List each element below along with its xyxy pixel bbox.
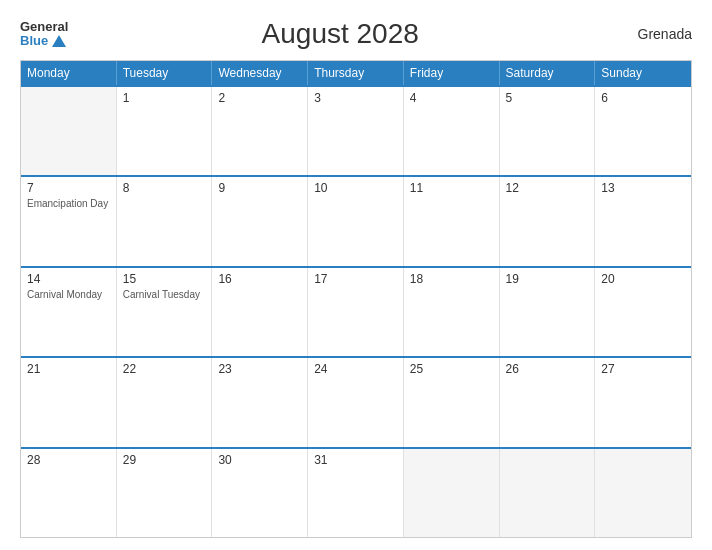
header-thursday: Thursday [308, 61, 404, 85]
calendar-title: August 2028 [68, 18, 612, 50]
day-number: 8 [123, 181, 206, 195]
calendar-cell: 31 [308, 449, 404, 537]
calendar-cell: 13 [595, 177, 691, 265]
calendar-cell: 4 [404, 87, 500, 175]
day-number: 26 [506, 362, 589, 376]
calendar-cell [404, 449, 500, 537]
calendar-cell: 14Carnival Monday [21, 268, 117, 356]
logo-blue-row: Blue [20, 34, 66, 48]
calendar-cell [595, 449, 691, 537]
day-number: 28 [27, 453, 110, 467]
day-number: 10 [314, 181, 397, 195]
calendar-cell: 15Carnival Tuesday [117, 268, 213, 356]
day-number: 4 [410, 91, 493, 105]
calendar-cell: 1 [117, 87, 213, 175]
calendar-cell: 16 [212, 268, 308, 356]
calendar-cell: 22 [117, 358, 213, 446]
calendar-cell [500, 449, 596, 537]
calendar-cell: 10 [308, 177, 404, 265]
day-number: 9 [218, 181, 301, 195]
event-label: Carnival Tuesday [123, 288, 206, 301]
day-number: 29 [123, 453, 206, 467]
calendar-cell: 11 [404, 177, 500, 265]
calendar-cell: 29 [117, 449, 213, 537]
logo: General Blue [20, 20, 68, 49]
calendar-cell: 26 [500, 358, 596, 446]
header: General Blue August 2028 Grenada [20, 18, 692, 50]
calendar-cell: 2 [212, 87, 308, 175]
day-number: 14 [27, 272, 110, 286]
day-number: 2 [218, 91, 301, 105]
header-wednesday: Wednesday [212, 61, 308, 85]
calendar-week-3: 14Carnival Monday15Carnival Tuesday16171… [21, 266, 691, 356]
country-label: Grenada [612, 26, 692, 42]
calendar-cell: 23 [212, 358, 308, 446]
day-number: 20 [601, 272, 685, 286]
calendar-cell: 18 [404, 268, 500, 356]
day-number: 12 [506, 181, 589, 195]
day-number: 7 [27, 181, 110, 195]
day-number: 31 [314, 453, 397, 467]
header-tuesday: Tuesday [117, 61, 213, 85]
calendar-cell: 12 [500, 177, 596, 265]
calendar-header: Monday Tuesday Wednesday Thursday Friday… [21, 61, 691, 85]
day-number: 22 [123, 362, 206, 376]
day-number: 11 [410, 181, 493, 195]
day-number: 16 [218, 272, 301, 286]
calendar-cell: 3 [308, 87, 404, 175]
header-saturday: Saturday [500, 61, 596, 85]
day-number: 5 [506, 91, 589, 105]
page: General Blue August 2028 Grenada Monday … [0, 0, 712, 550]
calendar-cell: 6 [595, 87, 691, 175]
calendar-cell: 9 [212, 177, 308, 265]
day-number: 18 [410, 272, 493, 286]
logo-triangle-icon [52, 35, 66, 47]
calendar-cell: 20 [595, 268, 691, 356]
event-label: Carnival Monday [27, 288, 110, 301]
day-number: 15 [123, 272, 206, 286]
day-number: 6 [601, 91, 685, 105]
header-friday: Friday [404, 61, 500, 85]
day-number: 21 [27, 362, 110, 376]
calendar-cell [21, 87, 117, 175]
calendar-cell: 17 [308, 268, 404, 356]
calendar-week-1: 123456 [21, 85, 691, 175]
calendar-cell: 24 [308, 358, 404, 446]
day-number: 17 [314, 272, 397, 286]
day-number: 13 [601, 181, 685, 195]
day-number: 25 [410, 362, 493, 376]
calendar-cell: 19 [500, 268, 596, 356]
calendar-cell: 30 [212, 449, 308, 537]
calendar-week-2: 7Emancipation Day8910111213 [21, 175, 691, 265]
header-sunday: Sunday [595, 61, 691, 85]
day-number: 27 [601, 362, 685, 376]
logo-general-text: General [20, 20, 68, 34]
calendar-week-4: 21222324252627 [21, 356, 691, 446]
calendar: Monday Tuesday Wednesday Thursday Friday… [20, 60, 692, 538]
day-number: 23 [218, 362, 301, 376]
calendar-cell: 8 [117, 177, 213, 265]
logo-blue-text: Blue [20, 34, 48, 48]
event-label: Emancipation Day [27, 197, 110, 210]
day-number: 3 [314, 91, 397, 105]
day-number: 24 [314, 362, 397, 376]
calendar-body: 1234567Emancipation Day891011121314Carni… [21, 85, 691, 537]
calendar-cell: 28 [21, 449, 117, 537]
calendar-week-5: 28293031 [21, 447, 691, 537]
calendar-cell: 5 [500, 87, 596, 175]
calendar-cell: 21 [21, 358, 117, 446]
header-monday: Monday [21, 61, 117, 85]
day-number: 19 [506, 272, 589, 286]
calendar-cell: 25 [404, 358, 500, 446]
calendar-cell: 27 [595, 358, 691, 446]
day-number: 30 [218, 453, 301, 467]
day-number: 1 [123, 91, 206, 105]
calendar-cell: 7Emancipation Day [21, 177, 117, 265]
